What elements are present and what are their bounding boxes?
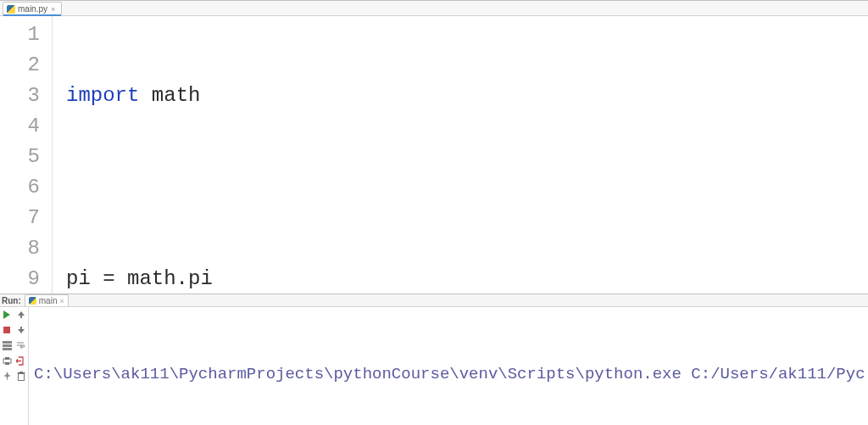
run-body: C:\Users\ak111\PycharmProjects\pythonCou… <box>0 307 868 425</box>
layout-icon[interactable] <box>2 340 12 350</box>
up-arrow-icon[interactable] <box>16 310 26 320</box>
print-icon[interactable] <box>2 355 12 366</box>
console-command-line: C:\Users\ak111\PycharmProjects\pythonCou… <box>34 361 868 387</box>
code-line: pi = math.pi <box>66 264 868 294</box>
rerun-icon[interactable] <box>2 310 12 320</box>
trash-icon[interactable] <box>16 371 26 381</box>
close-icon[interactable]: × <box>50 5 56 14</box>
python-file-icon <box>29 297 36 305</box>
line-number: 9 <box>0 264 40 294</box>
code-editor[interactable]: 1 2 3 4 5 6 7 8 9 import math pi = math.… <box>0 16 868 294</box>
code-line <box>66 172 868 203</box>
line-number: 5 <box>0 142 40 172</box>
line-number: 4 <box>0 111 40 142</box>
keyword-token: import <box>66 84 139 107</box>
editor-tabs-bar: main.py × <box>0 1 868 16</box>
editor-pane: main.py × 1 2 3 4 5 6 7 8 9 import math … <box>0 0 868 294</box>
line-number: 3 <box>0 81 40 111</box>
svg-rect-10 <box>19 372 23 372</box>
run-console[interactable]: C:\Users\ak111\PycharmProjects\pythonCou… <box>29 307 868 425</box>
code-text[interactable]: import math pi = math.pi exp_const = mat… <box>53 16 868 294</box>
run-tool-window: Run: main × <box>0 294 868 425</box>
line-number: 1 <box>0 20 40 50</box>
editor-tab-label: main.py <box>18 4 47 14</box>
line-number: 6 <box>0 172 40 203</box>
svg-rect-2 <box>3 341 12 344</box>
editor-tab-main-py[interactable]: main.py × <box>3 2 62 15</box>
run-toolbar <box>0 307 29 425</box>
soft-wrap-icon[interactable] <box>16 340 26 350</box>
run-header: Run: main × <box>0 294 868 307</box>
close-icon[interactable]: × <box>59 297 64 305</box>
run-tab-label: main <box>39 296 58 305</box>
svg-rect-7 <box>5 362 9 365</box>
svg-rect-4 <box>3 348 12 350</box>
line-number: 7 <box>0 203 40 233</box>
code-token: math <box>139 84 200 107</box>
pin-icon[interactable] <box>2 371 12 381</box>
down-arrow-icon[interactable] <box>16 325 26 335</box>
code-line: import math <box>66 81 868 111</box>
run-tab-main[interactable]: main × <box>25 294 69 306</box>
svg-rect-1 <box>3 327 10 333</box>
exit-icon[interactable] <box>16 355 26 366</box>
python-file-icon <box>7 5 15 14</box>
line-number: 8 <box>0 233 40 264</box>
svg-rect-8 <box>18 373 24 380</box>
svg-rect-6 <box>5 357 9 360</box>
run-header-label: Run: <box>2 296 21 305</box>
svg-rect-3 <box>3 344 12 347</box>
svg-rect-9 <box>17 372 25 374</box>
line-number-gutter: 1 2 3 4 5 6 7 8 9 <box>0 16 53 294</box>
svg-marker-0 <box>3 310 10 319</box>
stop-icon[interactable] <box>2 325 12 335</box>
line-number: 2 <box>0 50 40 81</box>
